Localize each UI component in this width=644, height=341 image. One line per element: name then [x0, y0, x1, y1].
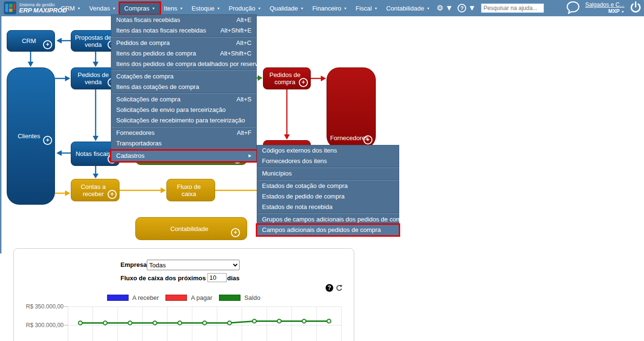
shortcut-hint: Alt+F [237, 128, 251, 138]
submenu-arrow-icon: ▶ [249, 151, 251, 161]
menu-item-label: Fornecedores [116, 128, 154, 138]
flowchart-box-fornecedores[interactable]: Fornecedores + [327, 67, 376, 149]
shortcut-hint: Alt+Shift+C [220, 48, 251, 59]
legend-item-saldo: Saldo [219, 294, 260, 301]
y-axis-tick-300000: R$ 300.000,00 [16, 322, 64, 329]
flowchart-box-pedidos-de-compra[interactable]: Pedidos de compra + [263, 67, 311, 89]
menu-fiscal[interactable]: Fiscal▼ [351, 3, 382, 14]
flowchart-box-contas-a-receber[interactable]: Contas a receber + [71, 179, 120, 201]
help-icon[interactable]: ? [326, 284, 333, 292]
data-point [203, 321, 207, 325]
menu-qualidade[interactable]: Qualidade▼ [265, 3, 308, 14]
chevron-down-icon: ▼ [180, 7, 183, 10]
menu-itens[interactable]: Itens▼ [160, 3, 187, 14]
compras-dropdown-menu: Notas fiscais recebidasAlt+EItens das no… [111, 14, 257, 162]
power-icon[interactable] [629, 1, 642, 16]
menu-item-label: Itens dos pedidos de compra [116, 48, 196, 59]
menu-item-label: Solicitações de compra [116, 94, 180, 105]
main-menu-bar: CRM▼Vendas▼Compras▼Itens▼Estoque▼Produçã… [56, 0, 544, 16]
plus-icon[interactable]: + [43, 136, 52, 145]
menu-separator [111, 36, 256, 37]
flowchart-box-fluxo-de-caixa[interactable]: Fluxo de caixa [166, 179, 215, 201]
help-menu[interactable]: ?▼ [455, 4, 478, 12]
compras-item-solicitacoes-de-recebimento-para-terceirizacao[interactable]: Solicitações de recebimento para terceir… [111, 115, 256, 126]
user-name-link[interactable]: Salgados e C... [585, 2, 624, 8]
cadastros-item-estados-de-nota-recebida[interactable]: Estados de nota recebida [257, 202, 399, 212]
data-point [178, 321, 182, 325]
box-label: Fluxo de caixa [167, 183, 215, 198]
compras-item-itens-das-notas-fiscais-recebidas[interactable]: Itens das notas fiscais recebidasAlt+Shi… [111, 25, 256, 36]
compras-item-cotacoes-de-compra[interactable]: Cotações de compra [111, 71, 256, 82]
refresh-icon[interactable] [336, 285, 343, 294]
plus-icon[interactable]: + [363, 135, 372, 144]
menu-item-label: Itens das cotações de compra [116, 82, 199, 92]
menu-separator [111, 70, 256, 71]
menu-label: Estoque [192, 5, 215, 12]
cadastros-item-estados-de-cotacao-de-compra[interactable]: Estados de cotação de compra [257, 181, 399, 191]
chart-legend: A receberA pagarSaldo [13, 294, 354, 301]
compras-item-itens-dos-pedidos-de-compra-detalhados-por-reserva[interactable]: Itens dos pedidos de compra detalhados p… [111, 59, 256, 69]
compras-item-cadastros[interactable]: Cadastros▶ [111, 151, 256, 161]
menu-producao[interactable]: Produção▼ [224, 3, 265, 14]
plus-icon[interactable]: + [231, 228, 240, 237]
compras-item-fornecedores[interactable]: FornecedoresAlt+F [111, 128, 256, 138]
compras-item-pedidos-de-compra[interactable]: Pedidos de compraAlt+C [111, 38, 256, 48]
cadastros-item-municipios[interactable]: Municípios [257, 168, 399, 179]
search-input[interactable] [481, 3, 544, 13]
data-point [302, 319, 306, 323]
cashflow-chart [62, 301, 342, 341]
menu-item-label: Grupos de campos adicionais dos pedidos … [262, 214, 410, 225]
compras-item-itens-dos-pedidos-de-compra[interactable]: Itens dos pedidos de compraAlt+Shift+C [111, 48, 256, 59]
box-label: Clientes [15, 132, 47, 140]
cadastros-item-codigos-externos-dos-itens[interactable]: Códigos externos dos itens [257, 145, 399, 156]
compras-item-notas-fiscais-recebidas[interactable]: Notas fiscais recebidasAlt+E [111, 15, 256, 25]
cadastros-item-campos-adicionais-dos-pedidos-de-compra[interactable]: Campos adicionais dos pedidos de compra [257, 225, 399, 235]
settings-menu[interactable]: ⚙▼ [434, 4, 455, 12]
compras-item-solicitacoes-de-envio-para-terceirizacao[interactable]: Solicitações de envio para terceirização [111, 105, 256, 115]
menu-item-label: Estados de nota recebida [262, 202, 332, 212]
menu-crm[interactable]: CRM▼ [56, 3, 85, 14]
cadastros-item-fornecedores-dos-itens[interactable]: Fornecedores dos itens [257, 156, 399, 166]
empresa-select[interactable]: Todas [147, 260, 240, 270]
menu-label: CRM [61, 5, 75, 12]
data-point [252, 319, 256, 323]
flowchart-box-clientes[interactable]: Clientes + [7, 67, 55, 205]
chevron-down-icon: ▼ [258, 7, 261, 10]
menu-contabilidade[interactable]: Contabilidade▼ [382, 3, 434, 14]
dias-input[interactable] [207, 273, 227, 282]
help-icon: ? [458, 4, 466, 12]
y-axis-tick-350000: R$ 350.000,00 [16, 303, 64, 310]
menu-compras[interactable]: Compras▼ [120, 3, 160, 14]
menu-estoque[interactable]: Estoque▼ [187, 3, 225, 14]
data-point [78, 321, 82, 325]
menu-vendas[interactable]: Vendas▼ [85, 3, 120, 14]
chat-icon[interactable] [566, 0, 580, 16]
cadastros-item-grupos-de-campos-adicionais-dos-pedidos-de-compra[interactable]: Grupos de campos adicionais dos pedidos … [257, 214, 399, 225]
data-point [128, 321, 132, 325]
compras-item-itens-das-cotacoes-de-compra[interactable]: Itens das cotações de compra [111, 82, 256, 92]
company-selector[interactable]: MXP ▼ [585, 8, 624, 15]
fluxo-dias-label: Fluxo de caixa dos próximos [120, 275, 206, 282]
data-point [228, 321, 231, 325]
plus-icon[interactable]: + [43, 40, 52, 49]
compras-item-transportadoras[interactable]: Transportadoras [111, 138, 256, 149]
menu-item-label: Cotações de compra [116, 71, 174, 82]
menu-item-label: Códigos externos dos itens [262, 145, 337, 156]
box-label: CRM [19, 37, 43, 44]
maxiprod-logo-icon [4, 1, 16, 14]
compras-item-solicitacoes-de-compra[interactable]: Solicitações de compraAlt+S [111, 94, 256, 105]
shortcut-hint: Alt+C [236, 38, 251, 48]
erp-maxiprod-page: Sistema de gestão ERP MAXIPROD CRM▼Venda… [0, 0, 644, 341]
plus-icon[interactable]: + [108, 190, 117, 199]
plus-icon[interactable]: + [299, 78, 308, 87]
cadastros-item-estados-de-pedido-de-compra[interactable]: Estados de pedido de compra [257, 191, 399, 202]
menu-label: Contabilidade [386, 5, 425, 12]
legend-item-a-pagar: A pagar [165, 294, 212, 301]
legend-label: A pagar [191, 294, 212, 301]
menu-financeiro[interactable]: Financeiro▼ [308, 3, 351, 14]
dias-suffix-label: dias [227, 275, 240, 282]
legend-swatch [107, 295, 129, 301]
flowchart-box-crm[interactable]: CRM + [7, 30, 55, 52]
flowchart-box-contabilidade[interactable]: Contabilidade + [135, 217, 247, 240]
menu-item-label: Notas fiscais recebidas [116, 15, 180, 25]
